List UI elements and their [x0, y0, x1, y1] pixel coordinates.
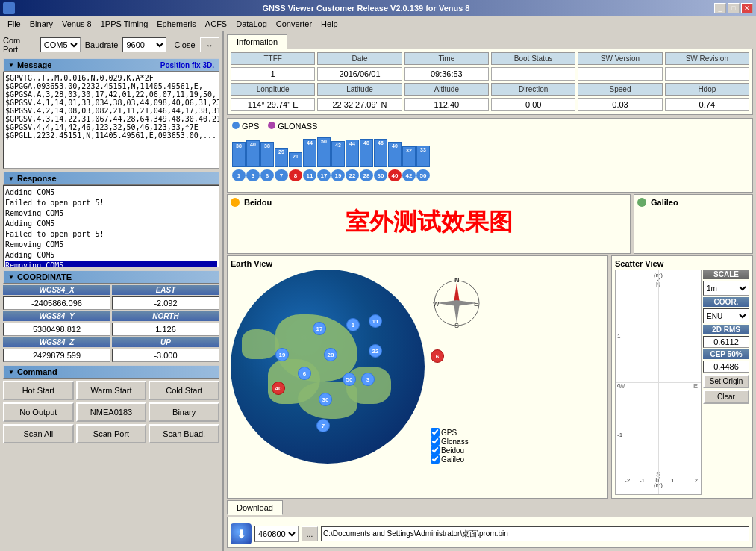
- sat-bar: 38: [232, 142, 246, 167]
- north-value: 1.126: [112, 323, 219, 336]
- earth-sat-40: 40: [272, 382, 285, 395]
- east-value: -2.092: [112, 296, 219, 310]
- set-origin-button[interactable]: Set Origin: [703, 374, 749, 388]
- sat-num: 1: [232, 169, 246, 181]
- response-box[interactable]: Adding COM5 Failed to open port 5! Remov…: [3, 185, 219, 267]
- tab-bar-info: Information: [227, 34, 753, 49]
- menu-datalog[interactable]: DataLog: [231, 18, 272, 30]
- info-grid: TTFF Date Time Boot Status SW Version SW…: [231, 52, 749, 111]
- longitude-value: 114° 29.74" E: [231, 98, 315, 111]
- earth-external-sat: 6: [431, 349, 483, 408]
- beidou-header: Beidou: [231, 198, 627, 207]
- earth-sat-17: 17: [313, 322, 326, 335]
- beidou-check-label: Beidou: [441, 446, 464, 455]
- earth-sat-3: 3: [361, 373, 375, 386]
- no-output-button[interactable]: No Output: [3, 402, 74, 422]
- response-line: Adding COM5: [5, 250, 217, 261]
- galileo-header: Galileo: [637, 198, 749, 207]
- cep50-value: 0.4486: [703, 361, 749, 373]
- clear-button[interactable]: Clear: [703, 390, 749, 404]
- galileo-checkbox[interactable]: [431, 455, 440, 464]
- svg-text:W: W: [433, 300, 440, 308]
- beidou-label: Beidou: [244, 198, 272, 207]
- earth-scatter-row: Earth View 17 1 11: [227, 255, 753, 499]
- tab-download[interactable]: Download: [227, 500, 283, 515]
- galileo-panel: Galileo: [634, 194, 753, 254]
- earth-sat-19: 19: [275, 348, 289, 361]
- earth-sat-30: 30: [319, 393, 332, 406]
- sw-version-label: SW Version: [578, 52, 662, 65]
- menu-venus8[interactable]: Venus 8: [57, 18, 96, 30]
- earth-right-col: N S W E 6: [431, 270, 483, 464]
- gps-checkbox[interactable]: [431, 428, 440, 437]
- sat-bar: 46: [374, 139, 387, 167]
- message-header: ▼ Message Position fix 3D.: [3, 58, 219, 72]
- message-label: Message: [17, 60, 51, 69]
- boot-status-value: [491, 67, 575, 81]
- sat-num: 19: [331, 169, 345, 181]
- altitude-value: 112.40: [404, 98, 489, 111]
- scatter-w: W: [619, 382, 625, 390]
- binary-button[interactable]: Binary: [149, 402, 219, 422]
- svg-text:S: S: [454, 322, 459, 329]
- sat-num: 6: [260, 169, 274, 181]
- menu-converter[interactable]: Converter: [272, 18, 316, 30]
- close-window-button[interactable]: ✕: [741, 3, 753, 13]
- sat-bar: 43: [331, 141, 345, 167]
- north-label: NORTH: [112, 311, 219, 321]
- earth-sat-11: 11: [369, 314, 382, 328]
- menu-help[interactable]: Help: [316, 18, 343, 30]
- scan-all-button[interactable]: Scan All: [3, 424, 74, 443]
- satellite-numbers: 13678111719222830404250: [232, 169, 748, 181]
- cold-start-button[interactable]: Cold Start: [149, 381, 219, 400]
- altitude-label: Altitude: [404, 83, 489, 96]
- scatter-vline: [658, 270, 659, 494]
- minimize-button[interactable]: _: [714, 3, 726, 13]
- wgs84x-label: WGS84_X: [3, 285, 110, 295]
- glonass-dot: [268, 122, 275, 129]
- coor-select[interactable]: ENU NED XYZ: [703, 308, 749, 323]
- glonass-checkbox-item: Glonass: [431, 437, 483, 446]
- earth-sat-50: 50: [343, 373, 356, 386]
- response-line-highlighted: Removing COM5: [5, 261, 217, 267]
- latitude-label: Latitude: [317, 83, 402, 96]
- glonass-checkbox[interactable]: [431, 437, 440, 446]
- connect-button[interactable]: ↔: [200, 37, 219, 52]
- message-box[interactable]: $GPVTG,,T,,M,0.016,N,0.029,K,A*2F $GPGGA…: [3, 72, 219, 169]
- file-path-input[interactable]: [321, 526, 749, 541]
- sat-num: 7: [275, 169, 288, 181]
- scatter-plot: (m) 2 1 0 -1 -2 (m) N S W E: [615, 270, 702, 495]
- command-grid-row2: No Output NMEA0183 Binary: [3, 402, 219, 422]
- glonass-legend-label: GLONASS: [278, 122, 317, 131]
- com-port-select[interactable]: COM5 COM1 COM2 COM3 COM4: [40, 37, 81, 52]
- menu-ephemeris[interactable]: Ephemeris: [152, 18, 201, 30]
- msg-line: $GPVTG,,T,,M,0.016,N,0.029,K,A*2F: [5, 74, 217, 82]
- maximize-button[interactable]: □: [728, 3, 740, 13]
- sat-num: 3: [246, 169, 260, 181]
- response-line: Removing COM5: [5, 240, 217, 250]
- message-section: ▼ Message Position fix 3D. $GPVTG,,T,,M,…: [3, 58, 219, 169]
- response-line: Adding COM5: [5, 219, 217, 229]
- scatter-x-0: 0: [656, 477, 659, 484]
- sw-version-value: [578, 67, 662, 81]
- download-baudrate-select[interactable]: 460800 115200 230400 921600: [254, 526, 299, 542]
- menu-file[interactable]: File: [3, 18, 25, 30]
- speed-label: Speed: [578, 83, 662, 96]
- scan-baud-button[interactable]: Scan Buad.: [149, 424, 219, 443]
- scale-select[interactable]: 1m 5m 10m 50m 100m: [703, 281, 749, 296]
- menu-acfs[interactable]: ACFS: [201, 18, 231, 30]
- menu-1pps[interactable]: 1PPS Timing: [96, 18, 153, 30]
- browse-button[interactable]: ...: [302, 526, 318, 541]
- beidou-checkbox[interactable]: [431, 446, 440, 455]
- hot-start-button[interactable]: Hot Start: [3, 381, 74, 400]
- scatter-x-n2: -2: [625, 477, 630, 484]
- baudrate-select[interactable]: 9600 4800 19200 38400 57600 115200: [122, 37, 166, 52]
- scatter-x-n1: -1: [640, 477, 645, 484]
- menu-binary[interactable]: Binary: [25, 18, 57, 30]
- scan-port-button[interactable]: Scan Port: [76, 424, 147, 443]
- warm-start-button[interactable]: Warm Start: [76, 381, 147, 400]
- tab-information[interactable]: Information: [227, 34, 287, 49]
- message-arrow: ▼: [8, 62, 14, 69]
- nmea-button[interactable]: NMEA0183: [76, 402, 147, 422]
- sat-num: 28: [360, 169, 373, 181]
